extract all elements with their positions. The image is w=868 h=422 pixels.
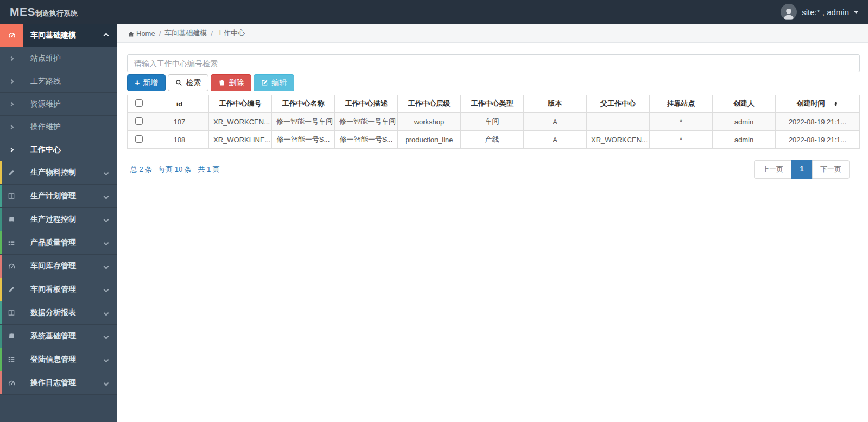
sidebar-group-label: 操作日志管理 [23, 378, 104, 388]
app-logo-bold: MES [10, 5, 35, 18]
breadcrumb-level1[interactable]: 车间基础建模 [164, 28, 207, 38]
sidebar-group-workshop-modeling[interactable]: 车间基础建模 [0, 24, 117, 47]
sidebar-group-data-analysis[interactable]: 数据分析报表 [0, 301, 117, 325]
cell-code: XR_WORKLINE... [209, 131, 272, 149]
add-button[interactable]: + 新增 [127, 74, 166, 91]
prev-page-button[interactable]: 上一页 [754, 160, 791, 179]
select-all-checkbox[interactable] [135, 99, 143, 107]
sidebar-group-label: 产品质量管理 [23, 238, 104, 248]
sidebar-group-production-process[interactable]: 生产过程控制 [0, 208, 117, 231]
chevron-down-icon [104, 240, 109, 245]
group-color-strip [0, 255, 2, 278]
top-navbar: MES制造执行系统 site:* , admin [0, 0, 868, 24]
app-logo-subtitle: 制造执行系统 [35, 9, 78, 18]
sidebar-group-workshop-inventory[interactable]: 车间库存管理 [0, 255, 117, 278]
column-header-creator: 创建人 [713, 95, 776, 113]
row-checkbox-cell [128, 113, 150, 131]
cell-created-time: 2022-08-19 21:1... [776, 131, 860, 149]
cell-version: A [524, 131, 587, 149]
sidebar-item-station-maintenance[interactable]: 站点维护 [0, 47, 117, 70]
column-header-label: 创建时间 [797, 99, 825, 109]
cell-created-time: 2022-08-19 21:1... [776, 113, 860, 131]
row-checkbox[interactable] [135, 135, 143, 143]
page-1-button[interactable]: 1 [791, 160, 813, 179]
sidebar-group-production-plan[interactable]: 生产计划管理 [0, 185, 117, 208]
cell-version: A [524, 113, 587, 131]
page-count: 共 1 页 [198, 165, 219, 173]
search-input[interactable] [127, 54, 860, 72]
cell-type: 车间 [461, 113, 524, 131]
row-checkbox[interactable] [135, 117, 143, 125]
pushpin-icon[interactable] [833, 100, 839, 107]
sidebar-group-label: 系统基础管理 [23, 331, 104, 341]
column-header-name: 工作中心名称 [272, 95, 335, 113]
sidebar-item-label: 操作维护 [23, 122, 117, 132]
column-header-description: 工作中心描述 [335, 95, 398, 113]
breadcrumb-home[interactable]: Home [136, 29, 155, 37]
group-color-strip [0, 161, 2, 184]
add-button-label: 新增 [143, 78, 158, 88]
sidebar-item-resource-maintenance[interactable]: 资源维护 [0, 93, 117, 116]
chevron-up-icon [104, 33, 109, 38]
cell-description: 修一智能一号S... [335, 131, 398, 149]
chevron-down-icon [104, 263, 109, 269]
app-logo: MES制造执行系统 [10, 5, 78, 18]
edit-button[interactable]: 编辑 [254, 74, 294, 91]
book-icon [0, 208, 23, 231]
group-color-strip [0, 208, 2, 231]
chevron-right-icon [0, 93, 23, 115]
sidebar-item-operation-maintenance[interactable]: 操作维护 [0, 116, 117, 138]
gauge-icon [0, 255, 23, 278]
column-header-level: 工作中心层级 [398, 95, 461, 113]
column-header-station: 挂靠站点 [650, 95, 713, 113]
trash-icon [218, 79, 225, 86]
book-icon [0, 325, 23, 348]
list-icon [0, 231, 23, 254]
user-menu[interactable]: site:* , admin [781, 4, 858, 20]
delete-button[interactable]: 删除 [211, 74, 251, 91]
sidebar-group-login-info[interactable]: 登陆信息管理 [0, 348, 117, 371]
chevron-down-icon [104, 310, 109, 316]
table-row[interactable]: 108 XR_WORKLINE... 修一智能一号S... 修一智能一号S...… [128, 131, 860, 149]
gauge-icon [0, 371, 23, 394]
person-icon [782, 6, 796, 20]
pager: 上一页 1 下一页 [754, 160, 850, 179]
cell-id: 107 [150, 113, 209, 131]
next-page-button[interactable]: 下一页 [812, 160, 850, 179]
cell-name: 修一智能一号车间 [272, 113, 335, 131]
group-color-strip [0, 231, 2, 254]
sidebar-group-label: 登陆信息管理 [23, 355, 104, 364]
sidebar-group-production-material[interactable]: 生产物料控制 [0, 161, 117, 185]
sidebar-group-label: 数据分析报表 [23, 308, 104, 318]
group-color-strip [0, 185, 2, 207]
chevron-down-icon [104, 217, 109, 222]
page-content: + 新增 检索 删除 编辑 [117, 43, 868, 179]
search-button[interactable]: 检索 [168, 74, 208, 91]
sidebar-group-workshop-kanban[interactable]: 车间看板管理 [0, 278, 117, 301]
group-color-strip [0, 301, 2, 324]
columns-icon [0, 185, 23, 207]
work-center-table: id 工作中心编号 工作中心名称 工作中心描述 工作中心层级 工作中心类型 版本… [127, 95, 860, 149]
sidebar: 车间基础建模 站点维护 工艺路线 资源维护 操作维护 工作中心 生产物料控制 [0, 24, 117, 422]
columns-icon [0, 301, 23, 324]
delete-button-label: 删除 [229, 78, 244, 88]
sidebar-item-label: 资源维护 [23, 99, 117, 109]
sidebar-item-work-center[interactable]: 工作中心 [0, 138, 117, 161]
pencil-icon [0, 161, 23, 184]
table-row[interactable]: 107 XR_WORKCEN... 修一智能一号车间 修一智能一号车间 work… [128, 113, 860, 131]
chevron-down-icon [104, 380, 109, 386]
sidebar-item-process-route[interactable]: 工艺路线 [0, 70, 117, 93]
cell-level: workshop [398, 113, 461, 131]
breadcrumb: Home / 车间基础建模 / 工作中心 [117, 24, 868, 43]
edit-button-label: 编辑 [271, 78, 287, 88]
sidebar-group-label: 车间看板管理 [23, 285, 104, 294]
sidebar-group-system-basic[interactable]: 系统基础管理 [0, 325, 117, 348]
sidebar-group-label: 车间基础建模 [23, 30, 104, 40]
sidebar-group-product-quality[interactable]: 产品质量管理 [0, 231, 117, 255]
sidebar-group-operation-log[interactable]: 操作日志管理 [0, 371, 117, 395]
avatar [781, 4, 797, 20]
edit-icon [261, 79, 268, 86]
breadcrumb-separator: / [211, 29, 213, 37]
home-icon [128, 30, 135, 37]
pencil-icon [0, 278, 23, 301]
